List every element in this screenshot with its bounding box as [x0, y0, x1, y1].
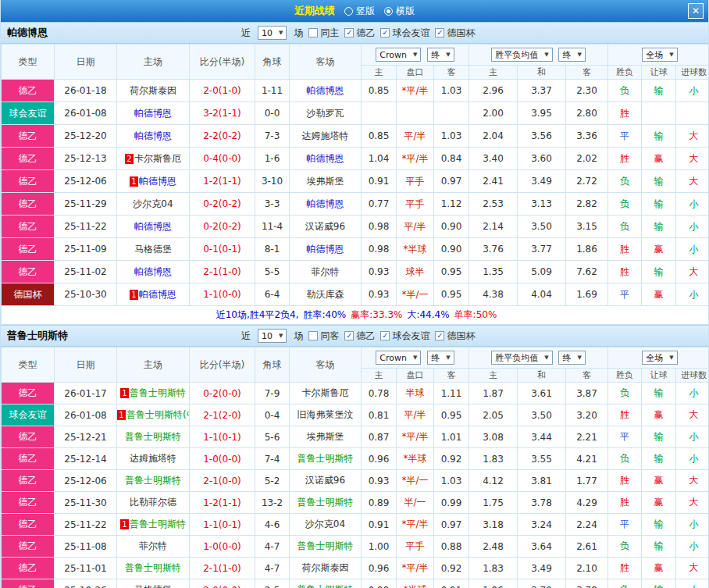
match-count-select[interactable]: 10▼ [258, 26, 287, 40]
team-name-link[interactable]: 沙尔克04 [305, 519, 345, 529]
home-team-cell: 马格德堡 [117, 579, 190, 588]
team-name-link[interactable]: 普鲁士明斯特 [297, 540, 354, 551]
odds-final-select[interactable]: 终▼ [427, 48, 454, 62]
dropdown-arrow-icon: ▼ [669, 355, 673, 361]
corner-cell: 0-4 [255, 404, 290, 426]
team-name-link[interactable]: 普鲁士明斯特 [125, 475, 181, 486]
mean-select[interactable]: 胜平负均值▼ [491, 48, 552, 62]
match-type-badge: 德乙 [2, 170, 54, 192]
odds-final-select[interactable]: 终▼ [427, 351, 454, 365]
mean-select[interactable]: 胜平负均值▼ [491, 351, 552, 365]
filter-option[interactable]: ✓德乙 [344, 330, 375, 343]
corner-cell: 5-5 [255, 261, 290, 283]
corner-cell: 7-4 [255, 448, 290, 470]
col-mean-home: 主 [469, 369, 518, 383]
odds-handicap-cell: *平/半 [397, 558, 434, 579]
odds-away-cell: 0.91 [434, 579, 469, 588]
team-name-link[interactable]: 比勒菲尔德 [130, 497, 176, 508]
odds-source-select[interactable]: Crown▼ [376, 48, 421, 62]
team-name-link[interactable]: 菲尔特 [139, 540, 167, 551]
filter-option[interactable]: ✓球会友谊 [380, 27, 429, 40]
match-type-badge: 德乙 [2, 448, 54, 469]
team-name-link[interactable]: 达姆施塔特 [130, 453, 176, 464]
team-name-link[interactable]: 普鲁士明斯特 [125, 431, 181, 442]
team-name-link[interactable]: 普鲁士明斯特 [130, 387, 186, 398]
team-name-link[interactable]: 帕德博恩 [307, 85, 344, 96]
filter-option[interactable]: 同客 [308, 330, 339, 343]
mean-away-cell: 2.21 [566, 426, 608, 448]
result-handicap-cell: 赢 [642, 238, 676, 261]
fulltime-select[interactable]: 全场▼ [642, 351, 677, 365]
mean-away-cell: 3.78 [566, 579, 608, 588]
team-name-link[interactable]: 菲尔特 [312, 266, 340, 277]
odds-source-select[interactable]: Crown▼ [376, 351, 421, 365]
result-handicap-cell: 输 [642, 536, 676, 558]
filter-option[interactable]: ✓德国杯 [435, 330, 475, 343]
close-button[interactable]: ✕ [688, 3, 704, 19]
team-name-link[interactable]: 帕德博恩 [307, 244, 344, 255]
dropdown-arrow-icon: ▼ [577, 52, 581, 58]
team-name-link[interactable]: 汉诺威96 [305, 221, 345, 232]
mean-final-select[interactable]: 终▼ [558, 48, 585, 62]
mean-home-cell: 3.08 [469, 426, 518, 448]
team-name-link[interactable]: 普鲁士明斯特 [130, 519, 186, 529]
team-name-link[interactable]: 旧海弗莱堡汶 [297, 409, 354, 420]
mean-final-select[interactable]: 终▼ [558, 351, 585, 365]
mean-draw-cell: 3.61 [518, 383, 566, 404]
match-count-select[interactable]: 10▼ [258, 329, 287, 343]
team-name-link[interactable]: 荷尔斯泰因 [302, 562, 349, 573]
team-name-link[interactable]: 普鲁士明斯特(中) [126, 409, 190, 420]
team-name-link[interactable]: 帕德博恩 [134, 266, 172, 277]
filter-option[interactable]: ✓德乙 [344, 27, 375, 40]
match-row: 德乙26-01-171普鲁士明斯特0-2(0-0)7-9卡尔斯鲁厄0.78半球1… [2, 383, 709, 404]
team-name-link[interactable]: 埃弗斯堡 [307, 431, 344, 442]
team-name-link[interactable]: 马格德堡 [134, 584, 172, 588]
match-date: 25-11-29 [55, 193, 117, 216]
team-name-link[interactable]: 帕德博恩 [134, 108, 172, 119]
team-name-link[interactable]: 埃弗斯堡 [307, 176, 344, 187]
checkbox-checked-icon: ✓ [344, 28, 354, 37]
team-name-link[interactable]: 帕德博恩 [134, 221, 172, 232]
match-date: 25-12-14 [55, 448, 117, 470]
team-name-link[interactable]: 卡尔斯鲁厄 [134, 153, 181, 164]
mean-home-cell: 1.83 [469, 448, 518, 470]
team-name-link[interactable]: 普鲁士明斯特 [297, 584, 354, 588]
mean-away-cell: 2.72 [566, 170, 608, 193]
filter-option[interactable]: 同主 [308, 27, 339, 40]
away-team-cell: 沙尔克04 [290, 514, 362, 536]
score-cell: 0-1(0-1) [190, 238, 255, 261]
layout-radio-selected[interactable]: 横版 [384, 5, 415, 18]
team-name-link[interactable]: 沙尔克04 [133, 198, 173, 209]
result-wdl-cell: 负 [608, 383, 642, 404]
team-name-link[interactable]: 帕德博恩 [307, 198, 344, 209]
odds-away-cell: 0.95 [434, 261, 469, 283]
team-name-link[interactable]: 达姆施塔特 [302, 130, 349, 141]
team-name-link[interactable]: 勒沃库森 [307, 289, 344, 300]
team-name-link[interactable]: 普鲁士明斯特 [125, 562, 181, 573]
team-name-link[interactable]: 荷尔斯泰因 [130, 85, 176, 96]
filter-option[interactable]: ✓球会友谊 [380, 330, 429, 343]
odds-home-cell: 0.91 [362, 514, 397, 536]
team-name-link[interactable]: 马格德堡 [134, 244, 172, 255]
mean-away-cell: 2.30 [566, 80, 608, 102]
team-name-link[interactable]: 沙勒罗瓦 [307, 108, 344, 119]
team-name-link[interactable]: 帕德博恩 [139, 176, 176, 187]
fulltime-value: 全场 [646, 352, 663, 364]
match-row: 德乙25-12-061帕德博恩1-2(1-1)3-10埃弗斯堡0.91平手0.9… [2, 170, 709, 193]
result-wdl-cell: 胜 [608, 492, 642, 514]
mean-header-cell: 胜平负均值▼ 终▼ [469, 347, 608, 369]
team-name-link[interactable]: 普鲁士明斯特 [297, 497, 354, 508]
team-name-link[interactable]: 普鲁士明斯特 [297, 453, 354, 464]
score-cell: 2-1(1-0) [190, 558, 255, 579]
fulltime-select[interactable]: 全场▼ [642, 48, 677, 62]
odds-handicap-cell: *平/半 [397, 80, 434, 102]
team-name-link[interactable]: 帕德博恩 [139, 289, 176, 300]
team-name-link[interactable]: 帕德博恩 [307, 153, 344, 164]
team-name-link[interactable]: 帕德博恩 [134, 130, 172, 141]
team-name-link[interactable]: 卡尔斯鲁厄 [302, 387, 349, 398]
layout-radio-unselected[interactable]: 竖版 [344, 5, 375, 18]
filter-option[interactable]: ✓德国杯 [435, 27, 475, 40]
match-date: 25-11-22 [55, 216, 117, 238]
dropdown-arrow-icon: ▼ [279, 30, 283, 36]
team-name-link[interactable]: 汉诺威96 [305, 475, 345, 486]
